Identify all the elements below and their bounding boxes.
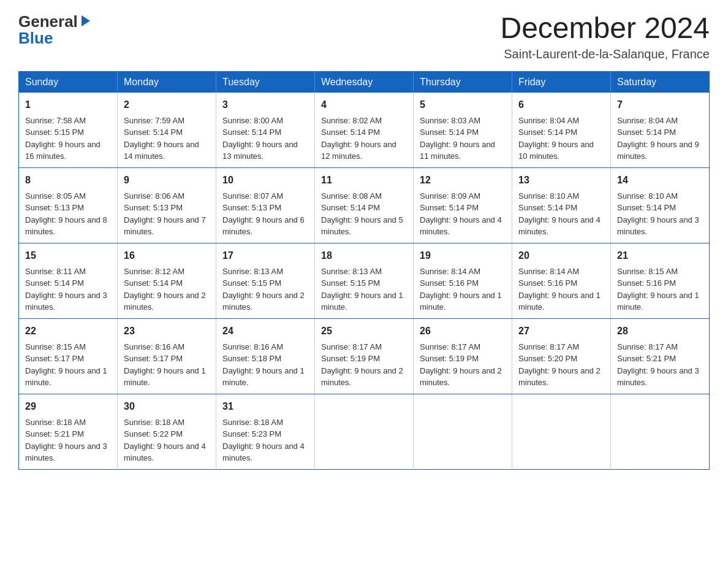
day-daylight: Daylight: 9 hours and 4 minutes. (124, 442, 206, 463)
calendar-cell: 27 Sunrise: 8:17 AM Sunset: 5:20 PM Dayl… (512, 318, 611, 394)
day-number: 13 (518, 173, 604, 188)
logo-blue: Blue (18, 29, 53, 48)
day-sunset: Sunset: 5:14 PM (124, 278, 183, 288)
day-daylight: Daylight: 9 hours and 4 minutes. (518, 215, 601, 237)
day-sunset: Sunset: 5:14 PM (518, 203, 577, 212)
day-sunset: Sunset: 5:18 PM (222, 354, 281, 363)
day-sunrise: Sunrise: 7:59 AM (124, 116, 184, 125)
day-sunset: Sunset: 5:15 PM (321, 278, 380, 288)
day-sunset: Sunset: 5:14 PM (617, 203, 676, 212)
day-sunset: Sunset: 5:13 PM (25, 203, 84, 212)
day-daylight: Daylight: 9 hours and 14 minutes. (124, 140, 199, 161)
calendar-week-5: 29 Sunrise: 8:18 AM Sunset: 5:21 PM Dayl… (19, 394, 710, 469)
calendar-cell: 19 Sunrise: 8:14 AM Sunset: 5:16 PM Dayl… (414, 243, 512, 318)
day-sunset: Sunset: 5:21 PM (617, 354, 676, 363)
day-sunset: Sunset: 5:14 PM (321, 128, 380, 137)
calendar-cell: 6 Sunrise: 8:04 AM Sunset: 5:14 PM Dayli… (512, 93, 611, 168)
day-number: 9 (124, 173, 210, 188)
calendar-week-3: 15 Sunrise: 8:11 AM Sunset: 5:14 PM Dayl… (19, 243, 710, 318)
day-daylight: Daylight: 9 hours and 5 minutes. (321, 215, 403, 237)
day-number: 6 (518, 98, 604, 112)
day-sunrise: Sunrise: 8:17 AM (321, 342, 382, 351)
day-sunrise: Sunrise: 8:02 AM (321, 116, 382, 125)
day-number: 3 (222, 98, 308, 112)
day-daylight: Daylight: 9 hours and 3 minutes. (25, 442, 107, 463)
day-daylight: Daylight: 9 hours and 1 minute. (222, 366, 305, 388)
day-number: 21 (617, 248, 703, 263)
page-title: December 2024 (500, 12, 710, 45)
day-daylight: Daylight: 9 hours and 3 minutes. (617, 215, 699, 237)
day-sunrise: Sunrise: 8:18 AM (25, 418, 86, 427)
day-daylight: Daylight: 9 hours and 2 minutes. (518, 366, 601, 388)
calendar-cell: 8 Sunrise: 8:05 AM Sunset: 5:13 PM Dayli… (19, 167, 118, 243)
day-sunrise: Sunrise: 8:07 AM (222, 191, 283, 201)
calendar-cell: 20 Sunrise: 8:14 AM Sunset: 5:16 PM Dayl… (512, 243, 611, 318)
day-number: 29 (25, 399, 111, 414)
day-number: 31 (222, 399, 308, 414)
day-daylight: Daylight: 9 hours and 12 minutes. (321, 140, 396, 161)
day-daylight: Daylight: 9 hours and 13 minutes. (222, 140, 298, 161)
day-sunset: Sunset: 5:13 PM (124, 203, 183, 212)
day-sunrise: Sunrise: 8:11 AM (25, 267, 86, 276)
day-sunrise: Sunrise: 8:15 AM (25, 342, 86, 351)
day-sunrise: Sunrise: 8:10 AM (518, 191, 579, 201)
calendar-week-4: 22 Sunrise: 8:15 AM Sunset: 5:17 PM Dayl… (19, 318, 710, 394)
day-sunrise: Sunrise: 8:14 AM (518, 267, 579, 276)
col-saturday: Saturday (611, 71, 710, 93)
day-number: 19 (420, 248, 506, 263)
calendar-cell: 28 Sunrise: 8:17 AM Sunset: 5:21 PM Dayl… (611, 318, 710, 394)
col-monday: Monday (118, 71, 216, 93)
day-daylight: Daylight: 9 hours and 11 minutes. (420, 140, 495, 161)
calendar-cell: 12 Sunrise: 8:09 AM Sunset: 5:14 PM Dayl… (414, 167, 512, 243)
day-sunset: Sunset: 5:21 PM (25, 429, 84, 439)
day-number: 17 (222, 248, 308, 263)
day-number: 22 (25, 324, 111, 339)
day-sunrise: Sunrise: 8:17 AM (518, 342, 579, 351)
calendar-cell (315, 394, 414, 469)
day-sunset: Sunset: 5:14 PM (420, 203, 479, 212)
day-number: 14 (617, 173, 703, 188)
calendar-cell: 16 Sunrise: 8:12 AM Sunset: 5:14 PM Dayl… (118, 243, 216, 318)
day-sunset: Sunset: 5:15 PM (222, 278, 281, 288)
calendar-cell: 22 Sunrise: 8:15 AM Sunset: 5:17 PM Dayl… (19, 318, 118, 394)
col-friday: Friday (512, 71, 611, 93)
day-daylight: Daylight: 9 hours and 2 minutes. (420, 366, 502, 388)
calendar-cell: 10 Sunrise: 8:07 AM Sunset: 5:13 PM Dayl… (216, 167, 315, 243)
day-daylight: Daylight: 9 hours and 8 minutes. (25, 215, 107, 237)
day-sunset: Sunset: 5:14 PM (321, 203, 380, 212)
day-daylight: Daylight: 9 hours and 7 minutes. (124, 215, 206, 237)
day-sunrise: Sunrise: 8:15 AM (617, 267, 678, 276)
calendar-cell (414, 394, 512, 469)
day-number: 7 (617, 98, 703, 112)
day-number: 27 (518, 324, 604, 339)
day-daylight: Daylight: 9 hours and 1 minute. (420, 291, 502, 312)
day-sunrise: Sunrise: 8:00 AM (222, 116, 283, 125)
day-sunrise: Sunrise: 8:03 AM (420, 116, 480, 125)
calendar-cell: 21 Sunrise: 8:15 AM Sunset: 5:16 PM Dayl… (611, 243, 710, 318)
calendar-cell: 14 Sunrise: 8:10 AM Sunset: 5:14 PM Dayl… (611, 167, 710, 243)
day-daylight: Daylight: 9 hours and 9 minutes. (617, 140, 699, 161)
calendar-cell: 7 Sunrise: 8:04 AM Sunset: 5:14 PM Dayli… (611, 93, 710, 168)
calendar-cell: 24 Sunrise: 8:16 AM Sunset: 5:18 PM Dayl… (216, 318, 315, 394)
day-sunrise: Sunrise: 8:18 AM (124, 418, 184, 427)
day-daylight: Daylight: 9 hours and 1 minute. (124, 366, 206, 388)
day-number: 20 (518, 248, 604, 263)
calendar-cell: 25 Sunrise: 8:17 AM Sunset: 5:19 PM Dayl… (315, 318, 414, 394)
svg-marker-0 (82, 15, 90, 26)
day-sunset: Sunset: 5:19 PM (321, 354, 380, 363)
calendar-cell: 1 Sunrise: 7:58 AM Sunset: 5:15 PM Dayli… (19, 93, 118, 168)
day-daylight: Daylight: 9 hours and 4 minutes. (222, 442, 305, 463)
day-number: 5 (420, 98, 506, 112)
day-daylight: Daylight: 9 hours and 6 minutes. (222, 215, 305, 237)
calendar-cell: 31 Sunrise: 8:18 AM Sunset: 5:23 PM Dayl… (216, 394, 315, 469)
day-number: 12 (420, 173, 506, 188)
day-sunrise: Sunrise: 8:06 AM (124, 191, 184, 201)
calendar-cell (512, 394, 611, 469)
day-sunrise: Sunrise: 7:58 AM (25, 116, 86, 125)
day-daylight: Daylight: 9 hours and 4 minutes. (420, 215, 502, 237)
day-daylight: Daylight: 9 hours and 2 minutes. (222, 291, 305, 312)
day-sunset: Sunset: 5:23 PM (222, 429, 281, 439)
day-sunset: Sunset: 5:17 PM (124, 354, 183, 363)
day-sunrise: Sunrise: 8:17 AM (420, 342, 480, 351)
day-sunrise: Sunrise: 8:09 AM (420, 191, 480, 201)
